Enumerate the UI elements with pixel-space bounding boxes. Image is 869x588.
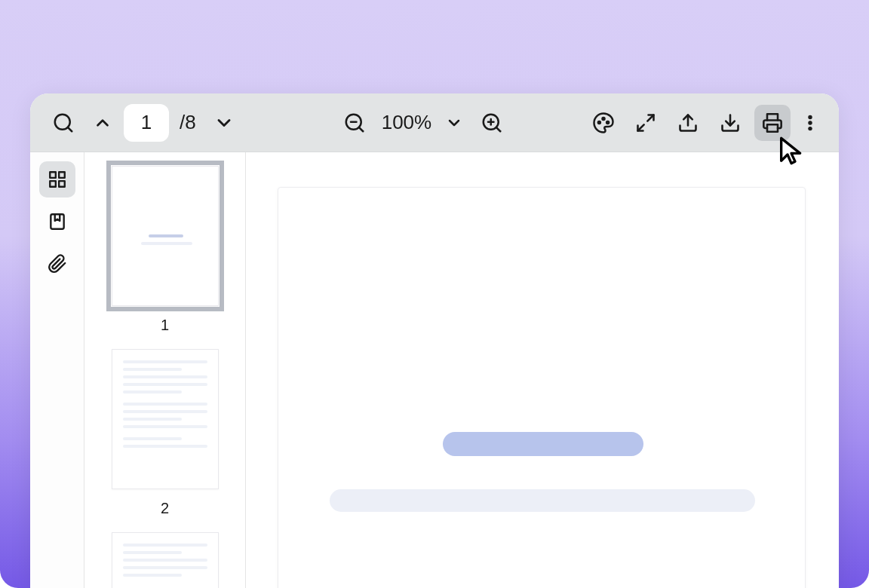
palette-button[interactable] xyxy=(585,105,622,141)
svg-rect-24 xyxy=(51,214,63,229)
thumbnail-page-3 xyxy=(112,532,219,588)
svg-point-10 xyxy=(603,117,605,119)
toolbar: 1 /8 100% xyxy=(30,93,839,152)
placeholder-text xyxy=(123,544,207,581)
svg-point-9 xyxy=(598,121,600,123)
attachments-toggle[interactable] xyxy=(39,246,75,282)
svg-rect-23 xyxy=(59,181,65,187)
background: 1 /8 100% xyxy=(0,0,869,588)
bookmarks-toggle[interactable] xyxy=(39,204,75,240)
thumbnail-label: 2 xyxy=(101,500,229,517)
placeholder-title xyxy=(443,432,643,456)
upload-button[interactable] xyxy=(670,105,706,141)
svg-rect-20 xyxy=(50,172,56,178)
svg-line-1 xyxy=(68,127,72,130)
svg-rect-21 xyxy=(59,172,65,178)
svg-point-17 xyxy=(809,115,812,118)
pdf-viewer-window: 1 /8 100% xyxy=(30,93,839,588)
placeholder-text xyxy=(123,360,207,452)
zoom-in-button[interactable] xyxy=(474,105,510,141)
zoom-out-icon xyxy=(343,112,366,134)
document-viewport[interactable] xyxy=(246,152,839,588)
download-icon xyxy=(720,112,741,133)
bookmark-icon xyxy=(48,212,67,231)
zoom-out-button[interactable] xyxy=(336,105,373,141)
more-vertical-icon xyxy=(800,113,820,133)
thumbnail-panel: 1 2 xyxy=(84,152,246,588)
total-pages-label: /8 xyxy=(180,111,196,134)
svg-point-19 xyxy=(809,127,812,130)
svg-rect-22 xyxy=(50,181,56,187)
page-number-input[interactable]: 1 xyxy=(124,104,169,142)
prev-page-button[interactable] xyxy=(88,105,118,141)
document-page xyxy=(278,187,806,588)
chevron-down-icon xyxy=(445,114,463,132)
placeholder-line xyxy=(141,242,192,245)
chevron-up-icon xyxy=(93,113,112,133)
placeholder-line xyxy=(149,234,183,237)
thumbnail-2[interactable]: 2 xyxy=(101,349,229,517)
thumbnail-page-1 xyxy=(112,166,219,306)
maximize-icon xyxy=(635,112,656,133)
fullscreen-button[interactable] xyxy=(628,105,664,141)
zoom-in-icon xyxy=(481,112,503,134)
zoom-menu-button[interactable] xyxy=(441,105,468,141)
thumbnail-3[interactable] xyxy=(101,532,229,588)
search-icon xyxy=(52,112,75,134)
download-button[interactable] xyxy=(712,105,748,141)
svg-line-6 xyxy=(496,127,500,130)
svg-line-3 xyxy=(359,127,363,130)
palette-icon xyxy=(592,112,615,134)
thumbnails-toggle[interactable] xyxy=(39,161,75,198)
thumbnail-page-2 xyxy=(112,349,219,489)
search-button[interactable] xyxy=(45,105,81,141)
svg-point-18 xyxy=(809,121,812,124)
zoom-level-label: 100% xyxy=(382,111,432,134)
placeholder-subtitle xyxy=(330,489,755,512)
more-menu-button[interactable] xyxy=(797,105,824,141)
upload-icon xyxy=(677,112,699,133)
grid-icon xyxy=(48,170,67,189)
chevron-down-icon xyxy=(213,112,235,133)
thumbnail-label: 1 xyxy=(101,317,229,334)
body-area: 1 2 xyxy=(30,152,839,588)
page-number-value: 1 xyxy=(141,111,152,134)
printer-icon xyxy=(762,112,783,133)
thumbnail-1[interactable]: 1 xyxy=(101,166,229,334)
next-page-button[interactable] xyxy=(207,105,241,141)
svg-point-11 xyxy=(606,121,609,123)
print-button[interactable] xyxy=(754,105,791,141)
svg-rect-16 xyxy=(767,124,778,131)
paperclip-icon xyxy=(48,254,67,274)
side-strip xyxy=(30,152,84,588)
